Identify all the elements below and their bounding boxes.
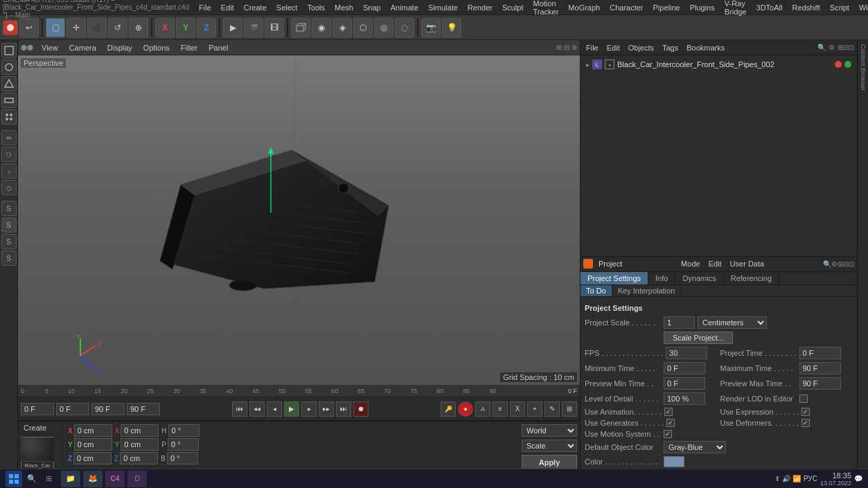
- menu-select[interactable]: Select: [272, 2, 302, 13]
- x-pos-input[interactable]: [74, 424, 112, 437]
- tool-texture[interactable]: [1, 60, 17, 75]
- tool-paint[interactable]: ✏: [1, 130, 17, 145]
- menu-tools[interactable]: Tools: [303, 2, 329, 13]
- use-deformers-checkbox[interactable]: [801, 419, 810, 427]
- menu-create[interactable]: Create: [240, 2, 271, 13]
- tool-s2[interactable]: S: [1, 217, 17, 233]
- go-end-btn[interactable]: ⏭: [336, 401, 351, 417]
- display-cube[interactable]: [291, 18, 310, 37]
- key-btn[interactable]: 🔑: [441, 401, 456, 417]
- menu-render[interactable]: Render: [463, 2, 497, 13]
- vp-filter-menu[interactable]: Filter: [178, 42, 200, 53]
- z-scale-input[interactable]: [120, 452, 158, 464]
- viewport-3d[interactable]: Perspective Grid Spacing : 10 cm Z X Y: [18, 55, 580, 385]
- light-btn[interactable]: 💡: [442, 18, 461, 37]
- move-tool[interactable]: ✛: [67, 18, 86, 37]
- preview-min-input[interactable]: [664, 377, 705, 390]
- display-isoline[interactable]: ⬡: [353, 18, 373, 37]
- timeline-ruler[interactable]: 0 5 10 15 20 25 30 35 40 45 50 55 60 65 …: [18, 385, 580, 397]
- end-frame-input[interactable]: 90 F: [91, 403, 125, 415]
- record-btn[interactable]: ⏺: [353, 401, 369, 417]
- color-swatch[interactable]: [664, 456, 684, 467]
- preview-max-input[interactable]: [799, 377, 841, 390]
- min-time-input[interactable]: [664, 362, 705, 374]
- taskbar-browser[interactable]: 🦊: [83, 471, 103, 487]
- tab-referencing[interactable]: Referencing: [724, 272, 779, 284]
- tool-poly[interactable]: [1, 76, 17, 91]
- taskbar-search[interactable]: 🔍: [25, 472, 39, 486]
- fps-input[interactable]: [666, 347, 707, 359]
- menu-vray[interactable]: V-Ray Bridge: [720, 0, 751, 17]
- xpresso[interactable]: X: [510, 401, 525, 417]
- project-time-input[interactable]: [799, 347, 841, 359]
- taskbar-file-explorer[interactable]: 📁: [61, 471, 80, 487]
- menu-motion-tracker[interactable]: Motion Tracker: [529, 0, 563, 17]
- tool-point[interactable]: [1, 109, 17, 125]
- render-all[interactable]: 🎞: [265, 18, 284, 37]
- prev-key-btn[interactable]: ◂◂: [249, 401, 265, 417]
- tool-s3[interactable]: S: [1, 234, 17, 249]
- scale-tool[interactable]: ⬛: [87, 18, 107, 37]
- menu-3dtoall[interactable]: 3DToAll: [752, 2, 787, 13]
- scale-project-button[interactable]: Scale Project...: [664, 332, 733, 344]
- axis-x[interactable]: X: [155, 18, 175, 37]
- apply-button[interactable]: Apply: [522, 455, 577, 470]
- attr-mode-menu[interactable]: Mode: [678, 258, 703, 269]
- default-obj-color-select[interactable]: Gray-Blue Red Custom: [664, 441, 726, 453]
- content-browser-tab[interactable]: Content Browser: [858, 40, 868, 473]
- h-input[interactable]: [168, 424, 200, 437]
- y-pos-input[interactable]: [74, 438, 112, 451]
- use-generators-checkbox[interactable]: [666, 419, 675, 427]
- tool-model[interactable]: [1, 43, 17, 58]
- rt-objects-menu[interactable]: Objects: [626, 42, 657, 53]
- taskbar-taskview[interactable]: ⊞: [42, 472, 55, 486]
- vp-camera-menu[interactable]: Camera: [67, 42, 99, 53]
- prev-frame-btn[interactable]: ◂: [267, 401, 282, 417]
- add-key[interactable]: +: [527, 401, 542, 417]
- display-light[interactable]: ◌: [395, 18, 414, 37]
- lod-input[interactable]: [664, 392, 705, 405]
- menu-snap[interactable]: Snap: [359, 2, 385, 13]
- timeline-expand[interactable]: ⊞: [562, 401, 577, 417]
- menu-redshift[interactable]: Redshift: [788, 2, 824, 13]
- menu-edit[interactable]: Edit: [217, 2, 238, 13]
- taskbar-c4d-2[interactable]: D: [127, 471, 147, 487]
- axis-y[interactable]: Y: [176, 18, 195, 37]
- transform-mode-select[interactable]: Scale Move Rotate: [522, 440, 577, 452]
- rt-tags-menu[interactable]: Tags: [659, 42, 681, 53]
- rt-bookmarks-menu[interactable]: Bookmarks: [684, 42, 727, 53]
- menu-animate[interactable]: Animate: [387, 2, 423, 13]
- project-scale-input[interactable]: [664, 316, 695, 329]
- use-motion-checkbox[interactable]: [664, 430, 672, 438]
- p-input[interactable]: [168, 438, 199, 451]
- y-scale-input[interactable]: [121, 438, 159, 451]
- structure-tab[interactable]: Structure: [857, 40, 858, 473]
- rt-file-menu[interactable]: File: [583, 42, 601, 53]
- undo-btn[interactable]: ↩: [19, 18, 39, 37]
- tool-knife[interactable]: ⚆: [1, 147, 17, 162]
- menu-window[interactable]: Window: [855, 2, 868, 13]
- auto-key[interactable]: A: [475, 401, 490, 417]
- rotate-tool[interactable]: ↺: [108, 18, 127, 37]
- tool-s1[interactable]: S: [1, 201, 17, 216]
- mat-create[interactable]: Create: [21, 422, 49, 433]
- menu-pipeline[interactable]: Pipeline: [649, 2, 684, 13]
- rt-edit-menu[interactable]: Edit: [604, 42, 623, 53]
- record-active[interactable]: ●: [458, 401, 473, 417]
- axis-z[interactable]: Z: [197, 18, 216, 37]
- menu-mesh[interactable]: Mesh: [330, 2, 357, 13]
- camera-btn[interactable]: 📷: [421, 18, 441, 37]
- win-start-btn[interactable]: [6, 471, 22, 487]
- attr-edit-menu[interactable]: Edit: [706, 258, 725, 269]
- display-wire[interactable]: ◈: [333, 18, 352, 37]
- play-btn[interactable]: ▶: [284, 401, 299, 417]
- material-swatch-black-car[interactable]: Black_Car: [21, 437, 54, 470]
- menu-mograph[interactable]: MoGraph: [564, 2, 604, 13]
- display-quick[interactable]: ◎: [374, 18, 393, 37]
- subtab-key-interp[interactable]: Key Interpolation: [612, 285, 682, 296]
- project-scale-unit[interactable]: Centimeters Meters Inches: [698, 316, 767, 329]
- use-animation-checkbox[interactable]: [664, 408, 673, 416]
- menu-character[interactable]: Character: [605, 2, 647, 13]
- attr-userdata-menu[interactable]: User Data: [727, 258, 768, 269]
- logo-btn[interactable]: [3, 20, 18, 35]
